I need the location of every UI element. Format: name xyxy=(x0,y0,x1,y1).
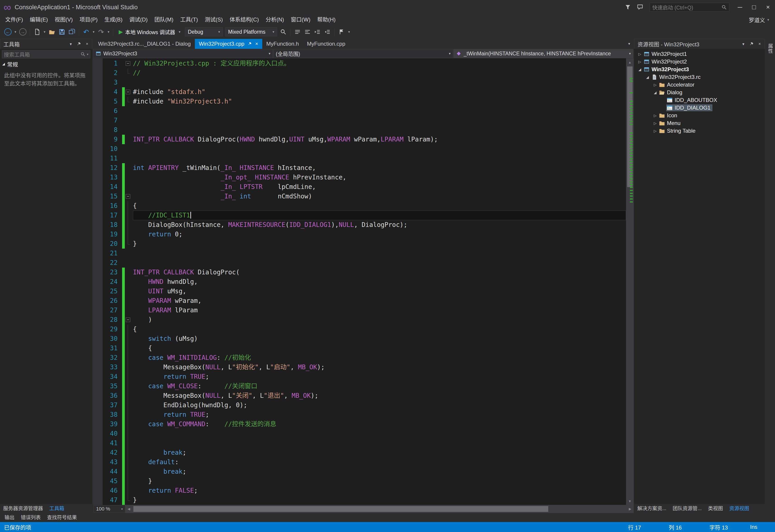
document-tab[interactable]: MyFunction.h xyxy=(262,39,303,49)
toolwindow-tab[interactable]: 服务器资源管理器 xyxy=(0,504,46,513)
code-line[interactable]: 15− _In_ int nCmdShow) xyxy=(93,192,626,201)
close-icon[interactable]: × xyxy=(83,40,91,48)
close-icon[interactable]: × xyxy=(756,40,764,48)
menu-item[interactable]: 项目(P) xyxy=(76,14,101,25)
zoom-dropdown[interactable]: 100 % ▾ xyxy=(94,505,125,513)
breakpoint-margin[interactable] xyxy=(93,363,103,372)
menu-item[interactable]: 团队(M) xyxy=(151,14,177,25)
breakpoint-margin[interactable] xyxy=(93,334,103,344)
breakpoint-margin[interactable] xyxy=(93,410,103,419)
code-line[interactable]: 27 LPARAM lParam xyxy=(93,306,626,315)
code-line[interactable]: 29{ xyxy=(93,325,626,334)
menu-item[interactable]: 编辑(E) xyxy=(26,14,51,25)
comment-lines-icon[interactable] xyxy=(293,27,302,37)
toggle-bookmark-icon[interactable] xyxy=(337,27,346,37)
code-line[interactable]: 13 _In_opt_ HINSTANCE hPrevInstance, xyxy=(93,173,626,182)
code-line[interactable]: 44 break; xyxy=(93,467,626,476)
breakpoint-margin[interactable] xyxy=(93,192,103,201)
breakpoint-margin[interactable] xyxy=(93,486,103,495)
redo-icon[interactable]: ↷ xyxy=(96,27,106,37)
open-file-icon[interactable] xyxy=(47,27,57,37)
document-tab[interactable]: MyFunction.cpp xyxy=(303,39,349,49)
vscrollbar-thumb[interactable] xyxy=(627,66,633,187)
bookmark-dropdown-icon[interactable]: ▾ xyxy=(347,27,351,37)
breakpoint-margin[interactable] xyxy=(93,287,103,296)
toolwindow-tab[interactable]: 类视图 xyxy=(705,504,726,513)
code-line[interactable]: 34 return TRUE; xyxy=(93,372,626,381)
toolbox-header[interactable]: 工具箱 ▾ × xyxy=(0,39,92,49)
tree-expander-icon[interactable]: ▷ xyxy=(652,129,659,133)
code-line[interactable]: 11 xyxy=(93,154,626,163)
breakpoint-margin[interactable] xyxy=(93,173,103,182)
code-line[interactable]: 21 xyxy=(93,249,626,258)
breakpoint-margin[interactable] xyxy=(93,391,103,400)
navigate-back-dropdown-icon[interactable]: ▾ xyxy=(13,27,18,37)
breakpoint-margin[interactable] xyxy=(93,306,103,315)
collapse-region-icon[interactable]: − xyxy=(126,61,130,66)
breakpoint-margin[interactable] xyxy=(93,476,103,486)
tree-item[interactable]: ▷Icon xyxy=(634,112,765,119)
toolbox-section-general[interactable]: ◢ 常规 xyxy=(0,60,92,68)
breakpoint-margin[interactable] xyxy=(93,201,103,211)
code-line[interactable]: 25 UINT uMsg, xyxy=(93,287,626,296)
toolwindow-tab[interactable]: 输出 xyxy=(1,513,18,522)
menu-item[interactable]: 视图(V) xyxy=(51,14,76,25)
tree-item[interactable]: IDD_ABOUTBOX xyxy=(634,96,765,104)
breakpoint-margin[interactable] xyxy=(93,239,103,249)
code-line[interactable]: 6 xyxy=(93,106,626,116)
uncomment-lines-icon[interactable] xyxy=(303,27,312,37)
code-line[interactable]: 42 break; xyxy=(93,448,626,457)
code-line[interactable]: 20} xyxy=(93,239,626,249)
breakpoint-margin[interactable] xyxy=(93,135,103,144)
resource-view-header[interactable]: 资源视图 - Win32Project3 ▾ × xyxy=(634,39,765,49)
pin-icon[interactable] xyxy=(247,42,252,46)
code-line[interactable]: 28− ) xyxy=(93,315,626,325)
decrease-indent-icon[interactable] xyxy=(313,27,322,37)
code-line[interactable]: 41 xyxy=(93,438,626,448)
fold-margin[interactable]: − xyxy=(125,59,133,68)
pin-icon[interactable] xyxy=(75,40,83,48)
breakpoint-margin[interactable] xyxy=(93,106,103,116)
toolwindow-tab[interactable]: 工具箱 xyxy=(46,504,67,513)
code-line[interactable]: 39 case WM_COMMAND: //控件发送的消息 xyxy=(93,419,626,429)
breakpoint-margin[interactable] xyxy=(93,277,103,287)
code-line[interactable]: 4−#include "stdafx.h" xyxy=(93,87,626,97)
breakpoint-margin[interactable] xyxy=(93,495,103,505)
code-line[interactable]: 18 DialogBox(hInstance, MAKEINTRESOURCE(… xyxy=(93,220,626,230)
code-line[interactable]: 45 } xyxy=(93,476,626,486)
fold-margin[interactable]: − xyxy=(125,315,133,325)
save-icon[interactable] xyxy=(57,27,67,37)
breakpoint-margin[interactable] xyxy=(93,211,103,220)
breakpoint-margin[interactable] xyxy=(93,325,103,334)
undo-icon[interactable]: ↶ xyxy=(81,27,91,37)
properties-vertical-tab[interactable]: 属性 xyxy=(766,40,774,57)
collapse-region-icon[interactable]: − xyxy=(126,90,130,94)
code-line[interactable]: 1−// Win32Project3.cpp : 定义应用程序的入口点。 xyxy=(93,59,626,68)
code-line[interactable]: 30 switch (uMsg) xyxy=(93,334,626,344)
redo-dropdown-icon[interactable]: ▾ xyxy=(106,27,111,37)
tree-expander-icon[interactable]: ▷ xyxy=(652,83,659,87)
fold-margin[interactable]: − xyxy=(125,87,133,97)
close-button[interactable]: × xyxy=(761,0,775,14)
minimize-button[interactable]: ─ xyxy=(733,0,747,14)
breakpoint-margin[interactable] xyxy=(93,59,103,68)
close-tab-icon[interactable]: × xyxy=(255,41,258,47)
code-line[interactable]: 36 MessageBox(NULL, L"关闭", L"退出", MB_OK)… xyxy=(93,391,626,400)
tree-expander-icon[interactable]: ▷ xyxy=(652,113,659,118)
scroll-down-icon[interactable]: ▼ xyxy=(626,497,634,505)
menu-item[interactable]: 窗口(W) xyxy=(287,14,314,25)
collapse-region-icon[interactable]: − xyxy=(126,318,130,322)
tree-expander-icon[interactable]: ▷ xyxy=(636,60,643,64)
menu-item[interactable]: 测试(S) xyxy=(201,14,226,25)
code-line[interactable]: 23INT_PTR CALLBACK DialogProc( xyxy=(93,268,626,277)
platform-dropdown[interactable]: Mixed Platforms ▾ xyxy=(225,27,277,36)
member-dropdown[interactable]: _tWinMain(HINSTANCE hInstance, HINSTANCE… xyxy=(454,49,633,58)
breakpoint-margin[interactable] xyxy=(93,448,103,457)
breakpoint-margin[interactable] xyxy=(93,258,103,268)
tree-expander-icon[interactable]: ▷ xyxy=(636,52,643,56)
code-line[interactable]: 5#include "Win32Project3.h" xyxy=(93,97,626,106)
code-line[interactable]: 24 HWND hwndDlg, xyxy=(93,277,626,287)
new-file-icon[interactable] xyxy=(32,27,42,37)
breakpoint-margin[interactable] xyxy=(93,220,103,230)
feedback-comment-icon[interactable] xyxy=(634,2,646,12)
